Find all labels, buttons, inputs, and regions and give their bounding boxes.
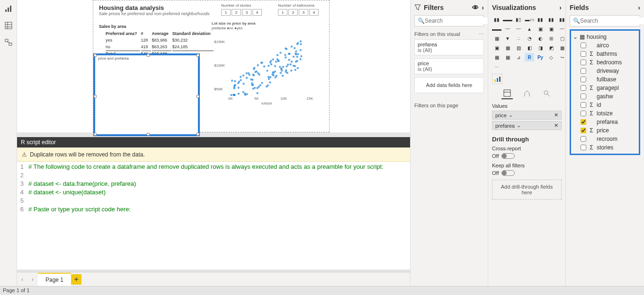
viz-type-icon[interactable]: ▬▬ bbox=[503, 15, 512, 24]
field-row[interactable]: recroom bbox=[572, 135, 638, 143]
viz-type-icon[interactable]: Py bbox=[536, 53, 545, 61]
chevron-down-icon[interactable]: ⌄ bbox=[515, 122, 523, 129]
viz-type-icon[interactable]: ▦ bbox=[503, 53, 512, 61]
scatter-chart[interactable]: $150K $100K $50K 0K 5K 10K 15K lotsize bbox=[212, 29, 321, 104]
viz-type-icon[interactable]: ◧ bbox=[525, 43, 534, 52]
viz-type-icon[interactable]: ▧ bbox=[514, 43, 523, 52]
viz-type-icon[interactable]: ⋯ bbox=[492, 62, 501, 71]
add-filter-fields[interactable]: Add data fields here bbox=[414, 77, 484, 93]
remove-icon[interactable]: ✕ bbox=[552, 122, 558, 129]
viz-type-icon[interactable]: ▦ bbox=[503, 43, 512, 52]
eye-icon[interactable]: 👁 bbox=[472, 4, 479, 11]
viz-type-icon[interactable]: ▮▯ bbox=[514, 15, 523, 24]
next-page-icon[interactable]: › bbox=[27, 274, 38, 285]
viz-type-icon[interactable]: ∴ bbox=[514, 34, 523, 43]
viz-type-icon[interactable]: ▮▮ bbox=[546, 15, 556, 24]
viz-type-icon[interactable]: ◨ bbox=[536, 43, 545, 52]
report-canvas[interactable]: Housing data analysis Sale prices for pr… bbox=[17, 0, 410, 132]
viz-type-icon[interactable]: ◇ bbox=[546, 53, 556, 61]
chevron-down-icon[interactable]: ⌄ bbox=[507, 112, 515, 118]
chevron-right-icon[interactable]: › bbox=[482, 4, 484, 11]
field-row[interactable]: Σgaragepl bbox=[572, 84, 638, 92]
slicer-stories[interactable]: 1 2 3 4 bbox=[221, 9, 262, 16]
field-checkbox[interactable] bbox=[581, 51, 586, 57]
slicer-cell[interactable]: 1 bbox=[221, 9, 231, 16]
filter-card[interactable]: prefarea is (All) bbox=[414, 39, 484, 55]
viz-type-icon[interactable]: 〰 bbox=[503, 25, 512, 33]
report-view-icon[interactable] bbox=[0, 0, 17, 17]
slicer-cell[interactable]: 3 bbox=[242, 9, 251, 16]
chevron-right-icon[interactable]: › bbox=[559, 4, 562, 11]
field-checkbox[interactable] bbox=[581, 60, 586, 65]
viz-type-icon[interactable]: ▦ bbox=[492, 34, 501, 43]
viz-type-icon[interactable]: ▬▭ bbox=[525, 15, 534, 24]
viz-type-icon[interactable]: 〰 bbox=[514, 25, 523, 33]
viz-type-icon[interactable]: ▣ bbox=[492, 43, 501, 52]
build-visual-icon[interactable] bbox=[492, 74, 502, 84]
toggle-off-icon[interactable] bbox=[501, 153, 515, 159]
chevron-right-icon[interactable]: › bbox=[638, 4, 640, 11]
field-checkbox[interactable] bbox=[581, 94, 586, 99]
field-row[interactable]: prefarea bbox=[572, 118, 638, 126]
viz-type-icon[interactable]: ▮▮ bbox=[492, 15, 501, 24]
viz-type-icon[interactable]: ▼ bbox=[503, 34, 512, 43]
analytics-tab[interactable] bbox=[541, 88, 553, 99]
viz-type-icon[interactable]: ▮▮ bbox=[536, 15, 545, 24]
viz-type-icon[interactable]: ◐ bbox=[536, 34, 545, 43]
field-checkbox[interactable] bbox=[581, 119, 586, 125]
field-row[interactable]: Σid bbox=[572, 101, 638, 109]
report-page[interactable]: Housing data analysis Sale prices for pr… bbox=[93, 0, 330, 132]
viz-type-icon[interactable]: ▣ bbox=[546, 25, 556, 33]
more-icon[interactable]: ⋯ bbox=[479, 31, 484, 37]
remove-icon[interactable]: ✕ bbox=[552, 112, 558, 118]
viz-type-icon[interactable]: ▬▬ bbox=[492, 25, 501, 33]
fields-search[interactable]: 🔍 bbox=[570, 15, 640, 26]
data-view-icon[interactable] bbox=[0, 17, 17, 34]
field-pill-price[interactable]: price⌄✕ bbox=[492, 111, 562, 120]
slicer-cell[interactable]: 4 bbox=[252, 9, 262, 16]
field-checkbox[interactable] bbox=[581, 43, 586, 48]
viz-type-icon[interactable]: R bbox=[525, 53, 534, 61]
fields-well-tab[interactable] bbox=[501, 88, 513, 99]
table-node[interactable]: ⌄ ▦ housing bbox=[572, 33, 638, 41]
field-row[interactable]: Σstories bbox=[572, 143, 638, 152]
viz-type-icon[interactable]: ⊿ bbox=[514, 53, 523, 61]
add-page-button[interactable]: + bbox=[71, 274, 81, 285]
r-script-visual[interactable]: price and prefarea bbox=[93, 53, 200, 136]
page-tab[interactable]: Page 1 bbox=[38, 273, 71, 286]
toggle-off-icon[interactable] bbox=[501, 170, 515, 176]
filter-card[interactable]: price is (All) bbox=[414, 58, 484, 74]
cross-report-toggle[interactable]: Off bbox=[492, 153, 562, 159]
field-row[interactable]: Σprice bbox=[572, 126, 638, 135]
viz-type-icon[interactable]: ◔ bbox=[525, 34, 534, 43]
field-checkbox[interactable] bbox=[581, 77, 586, 82]
field-row[interactable]: Σbathrms bbox=[572, 50, 638, 58]
model-view-icon[interactable] bbox=[0, 34, 17, 51]
viz-type-icon[interactable]: ◩ bbox=[546, 43, 556, 52]
slicer-bathrooms[interactable]: 1 2 3 4 bbox=[278, 9, 319, 16]
field-row[interactable]: gashw bbox=[572, 92, 638, 101]
add-drillthrough-fields[interactable]: Add drill-through fields here bbox=[492, 180, 562, 200]
field-checkbox[interactable] bbox=[581, 128, 586, 133]
keep-filters-toggle[interactable]: Off bbox=[492, 170, 562, 176]
filters-search[interactable]: 🔍 bbox=[414, 15, 484, 26]
field-row[interactable]: Σlotsize bbox=[572, 109, 638, 118]
field-checkbox[interactable] bbox=[581, 136, 586, 142]
slicer-cell[interactable]: 3 bbox=[299, 9, 308, 16]
slicer-cell[interactable]: 4 bbox=[309, 9, 319, 16]
format-tab[interactable] bbox=[521, 88, 533, 99]
field-row[interactable]: airco bbox=[572, 41, 638, 50]
slicer-cell[interactable]: 2 bbox=[288, 9, 298, 16]
slicer-cell[interactable]: 1 bbox=[278, 9, 287, 16]
viz-type-icon[interactable]: ▲ bbox=[525, 25, 534, 33]
fields-search-input[interactable] bbox=[580, 17, 644, 24]
field-checkbox[interactable] bbox=[581, 85, 586, 91]
field-row[interactable]: fullbase bbox=[572, 75, 638, 84]
field-row[interactable]: driveway bbox=[572, 67, 638, 75]
filters-search-input[interactable] bbox=[425, 17, 496, 24]
field-checkbox[interactable] bbox=[581, 68, 586, 74]
field-checkbox[interactable] bbox=[581, 145, 586, 150]
field-checkbox[interactable] bbox=[581, 111, 586, 116]
viz-type-icon[interactable]: ▣ bbox=[536, 25, 545, 33]
viz-type-icon[interactable]: ⊞ bbox=[546, 34, 556, 43]
